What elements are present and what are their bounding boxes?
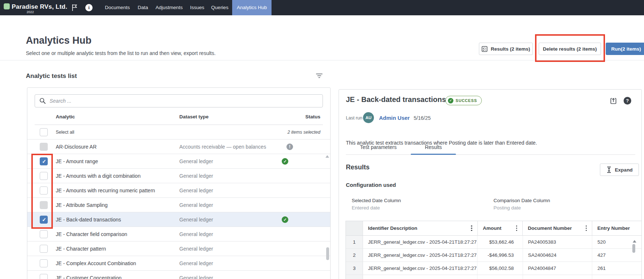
info-icon[interactable]: i <box>85 4 93 11</box>
help-icon[interactable]: ? <box>624 97 631 105</box>
analytic-name: AR-Disclosure AR <box>56 140 97 154</box>
row-number-header <box>346 221 363 235</box>
config-label: Comparison Date Column <box>493 198 550 203</box>
expand-icon <box>606 166 612 173</box>
nav-item-queries[interactable]: Queries <box>210 0 230 15</box>
delete-button-label: Delete results (2 items) <box>543 46 597 52</box>
column-menu-icon[interactable] <box>516 225 518 231</box>
document-cell: SA24004624 <box>523 249 592 262</box>
row-checkbox[interactable] <box>40 186 48 194</box>
result-row[interactable]: 1 JERR_general_ledger.csv - 2025-04-21T1… <box>346 236 642 249</box>
table-row-selected[interactable]: JE - Back-dated transactions General led… <box>27 212 330 227</box>
results-list-icon <box>481 46 488 52</box>
table-row[interactable]: JE - Character field comparison General … <box>27 227 330 241</box>
row-checkbox[interactable] <box>40 216 48 224</box>
top-nav-bar: Paradise RVs, Ltd. 2022 i Documents Data… <box>0 0 644 15</box>
row-checkbox[interactable] <box>40 274 48 279</box>
column-header-label: Amount <box>483 225 501 231</box>
expand-button[interactable]: Expand <box>600 164 639 176</box>
nav-item-documents[interactable]: Documents <box>104 0 130 15</box>
nav-item-adjustments[interactable]: Adjustments <box>155 0 184 15</box>
table-row[interactable]: AR-Disclosure AR Accounts receivable — o… <box>27 140 330 154</box>
filter-icon[interactable] <box>316 73 323 79</box>
results-button[interactable]: Results (2 items) <box>479 43 533 55</box>
tests-list-panel: Analytic Dataset type Status Select all … <box>27 87 331 279</box>
column-menu-icon[interactable] <box>586 225 587 231</box>
analytic-name: JE - Complex Account Combination <box>56 256 136 271</box>
row-checkbox[interactable] <box>40 259 48 267</box>
select-all-row: Select all 2 items selected <box>27 125 330 140</box>
amount-cell <box>477 275 523 279</box>
row-checkbox[interactable] <box>40 172 48 180</box>
last-run-label: Last run <box>346 115 362 121</box>
page-subtitle: Select one or multiple analytic tests fr… <box>26 50 216 56</box>
list-scrollbar[interactable] <box>326 247 329 260</box>
result-row-partial <box>346 275 642 279</box>
table-row[interactable]: JE - Complex Account Combination General… <box>27 256 330 271</box>
dataset-type: General ledger <box>179 198 213 212</box>
dataset-warning-icon[interactable]: ! <box>286 144 293 150</box>
select-all-checkbox[interactable] <box>40 128 48 136</box>
config-value: Posting date <box>493 205 521 211</box>
company-logo <box>4 3 10 9</box>
run-button[interactable]: Run(2 items) <box>606 43 644 55</box>
delete-results-button[interactable]: Delete results (2 items) <box>539 43 601 55</box>
tests-list-heading: Analytic tests list <box>26 72 77 80</box>
success-status-icon: ✓ <box>282 158 288 165</box>
result-row[interactable]: 2 JERR_general_ledger.csv - 2025-04-21T1… <box>346 249 642 262</box>
nav-item-data[interactable]: Data <box>136 0 150 15</box>
column-header-dataset-type: Dataset type <box>179 114 208 119</box>
column-header-document: Document Number <box>523 221 592 235</box>
entry-cell <box>592 275 642 279</box>
nav-item-analytics-hub[interactable]: Analytics Hub <box>232 0 272 15</box>
dataset-type: General ledger <box>179 154 213 169</box>
row-checkbox[interactable] <box>40 230 48 238</box>
active-tab-underline <box>411 154 456 155</box>
export-icon[interactable] <box>609 97 617 105</box>
table-row[interactable]: JE - Amounts with a digit combination Ge… <box>27 169 330 183</box>
configuration-heading: Configuration used <box>346 182 396 188</box>
results-heading: Results <box>346 164 370 171</box>
column-header-amount: Amount <box>478 221 523 235</box>
amount-cell: $56,002.58 <box>477 262 523 275</box>
success-status-icon: ✓ <box>282 216 288 223</box>
result-row[interactable]: 3 JERR_general_ledger.csv - 2025-04-21T1… <box>346 262 642 275</box>
page-title: Analytics Hub <box>26 35 91 46</box>
row-checkbox[interactable] <box>40 245 48 253</box>
grid-scroll-up-arrow[interactable] <box>633 240 636 243</box>
results-button-label: Results (2 items) <box>491 46 530 52</box>
document-cell: PA24004847 <box>523 262 592 275</box>
config-value: Entered date <box>352 205 380 211</box>
identifier-cell: JERR_general_ledger.csv - 2025-04-21T18:… <box>363 236 477 248</box>
row-checkbox[interactable] <box>40 157 48 165</box>
last-run-user-link[interactable]: Admin User <box>379 115 410 121</box>
status-badge-label: SUCCESS <box>456 98 477 103</box>
column-header-entry: Entry Number <box>592 221 642 235</box>
table-row[interactable]: JE - Character pattern General ledger <box>27 241 330 256</box>
table-row[interactable]: JE - Amount range General ledger ✓ <box>27 154 330 169</box>
identifier-cell <box>363 275 477 279</box>
expand-button-label: Expand <box>615 167 633 173</box>
row-number: 2 <box>346 249 363 262</box>
company-name: Paradise RVs, Ltd. <box>12 3 67 11</box>
search-input[interactable] <box>50 98 318 104</box>
row-checkbox <box>40 143 48 151</box>
table-row[interactable]: JE - Amounts with recurring numeric patt… <box>27 183 330 198</box>
success-check-icon: ✓ <box>448 98 453 103</box>
analytic-name: JE - Amount range <box>56 154 98 169</box>
flag-icon[interactable] <box>71 4 78 11</box>
table-row[interactable]: JE - Customer Concentration General ledg… <box>27 271 330 279</box>
nav-item-issues[interactable]: Issues <box>189 0 206 15</box>
tab-results[interactable]: Results <box>411 144 456 154</box>
tab-test-parameters[interactable]: Test parameters <box>346 144 411 154</box>
identifier-cell: JERR_general_ledger.csv - 2025-04-21T18:… <box>363 249 477 262</box>
analytic-name: JE - Character field comparison <box>56 227 127 241</box>
analytics-hub-page: Paradise RVs, Ltd. 2022 i Documents Data… <box>0 0 644 279</box>
scroll-up-arrow[interactable] <box>325 155 329 158</box>
grid-scrollbar[interactable] <box>632 244 635 253</box>
column-header-status: Status <box>298 114 320 119</box>
column-menu-icon[interactable] <box>471 225 472 231</box>
engagement-year: 2022 <box>22 10 39 14</box>
table-row[interactable]: JE - Attribute Sampling General ledger <box>27 198 330 212</box>
document-cell <box>523 275 592 279</box>
